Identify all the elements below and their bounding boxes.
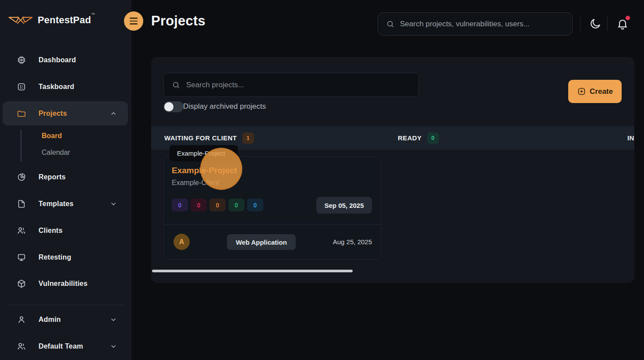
sidebar-item-dashboard[interactable]: Dashboard	[3, 50, 128, 70]
brand-logo[interactable]: PentestPad™	[8, 12, 95, 28]
severity-badge-high: 0	[191, 199, 207, 211]
sidebar-item-admin[interactable]: Admin	[3, 310, 128, 329]
create-project-button[interactable]: Create	[568, 80, 622, 103]
sidebar-subitem-board[interactable]: Board	[42, 128, 62, 144]
project-type-tag: Web Application	[227, 234, 296, 250]
chevron-down-icon	[110, 316, 117, 324]
folder-icon	[17, 109, 26, 118]
notifications-button[interactable]	[615, 17, 630, 32]
board-horizontal-scrollbar[interactable]	[152, 270, 353, 272]
notification-dot	[626, 16, 630, 20]
subnav-indent-line	[21, 130, 21, 161]
sidebar-item-label: Templates	[39, 200, 74, 208]
project-search-input[interactable]	[186, 81, 410, 89]
column-name: IN PROGRESS	[627, 134, 634, 142]
severity-badge-low: 0	[228, 199, 244, 211]
sidebar-item-clients[interactable]: Clients	[3, 221, 128, 240]
sidebar-item-label: Default Team	[39, 342, 83, 350]
column-name: WAITING FOR CLIENT	[164, 134, 237, 142]
document-icon	[17, 199, 26, 209]
sidebar-item-retesting[interactable]: Retesting	[3, 248, 128, 267]
brand-name: PentestPad™	[38, 12, 95, 28]
chevron-down-icon	[110, 200, 117, 208]
topbar-divider	[580, 17, 580, 31]
sidebar-item-label: Clients	[39, 227, 63, 235]
search-icon	[386, 20, 395, 29]
subitem-label: Calendar	[42, 149, 70, 157]
sidebar-item-projects[interactable]: Projects	[3, 101, 128, 125]
sidebar: PentestPad™ Dashboard Taskboard Projects…	[0, 0, 131, 360]
chevron-down-icon	[110, 342, 117, 350]
sidebar-item-label: Admin	[39, 316, 61, 324]
sidebar-subitem-calendar[interactable]: Calendar	[42, 145, 70, 160]
assignee-avatar[interactable]: A	[173, 234, 190, 250]
chip-icon	[17, 55, 26, 65]
archived-projects-toggle[interactable]	[163, 101, 184, 112]
severity-badge-info: 0	[247, 199, 263, 211]
monitor-icon	[17, 253, 26, 262]
pie-chart-icon	[17, 172, 26, 182]
severity-badges: 0 0 0 0 0	[172, 199, 263, 211]
projects-panel: Display archived projects Create WAITING…	[151, 57, 634, 283]
sidebar-item-label: Vulnerabilities	[39, 280, 88, 288]
users-icon	[17, 226, 26, 235]
moon-icon	[589, 18, 602, 30]
sidebar-item-label: Retesting	[39, 253, 71, 261]
due-date-chip: Sep 05, 2025	[316, 197, 372, 214]
start-date: Aug 25, 2025	[333, 238, 372, 246]
checklist-icon	[17, 82, 26, 92]
topbar-divider	[607, 17, 608, 31]
user-icon	[17, 315, 26, 324]
global-search-input[interactable]	[400, 20, 564, 29]
team-icon	[17, 342, 26, 351]
wings-logo-icon	[8, 12, 33, 28]
column-header-in-progress: IN PROGRESS	[627, 126, 634, 150]
chevron-up-icon	[110, 110, 117, 118]
dark-mode-toggle-button[interactable]	[588, 17, 603, 32]
sidebar-divider	[7, 305, 124, 305]
toggle-knob	[164, 102, 173, 111]
sidebar-item-taskboard[interactable]: Taskboard	[3, 77, 128, 96]
sidebar-item-label: Dashboard	[39, 56, 76, 64]
search-icon	[172, 81, 180, 89]
page-title: Projects	[151, 13, 205, 29]
cursor-click-highlight	[200, 148, 242, 190]
sidebar-item-templates[interactable]: Templates	[3, 194, 128, 214]
cube-icon	[17, 279, 26, 289]
global-search[interactable]	[378, 12, 573, 36]
column-count-badge: 0	[427, 132, 439, 144]
plus-square-icon	[577, 87, 586, 96]
sidebar-item-vulnerabilities[interactable]: Vulnerabilities	[3, 274, 128, 293]
severity-badge-critical: 0	[172, 199, 188, 211]
sidebar-item-default-team[interactable]: Default Team	[3, 337, 128, 356]
trademark: ™	[91, 12, 95, 17]
column-header-ready: READY 0	[398, 126, 439, 150]
project-card[interactable]: Example-Project Example-Client 0 0 0 0 0…	[163, 157, 381, 260]
sidebar-toggle-button[interactable]	[124, 11, 143, 31]
archived-toggle-label: Display archived projects	[183, 102, 266, 111]
sidebar-item-label: Projects	[39, 110, 67, 118]
sidebar-item-label: Reports	[39, 173, 66, 181]
create-button-label: Create	[590, 87, 613, 96]
subitem-label: Board	[42, 132, 62, 140]
card-divider	[164, 224, 381, 225]
column-name: READY	[398, 134, 422, 142]
column-count-badge: 1	[242, 132, 254, 144]
sidebar-item-reports[interactable]: Reports	[3, 168, 128, 187]
sidebar-item-label: Taskboard	[39, 83, 74, 91]
app-root: PentestPad™ Dashboard Taskboard Projects…	[0, 0, 644, 360]
severity-badge-medium: 0	[209, 199, 226, 211]
project-search[interactable]	[163, 73, 419, 97]
